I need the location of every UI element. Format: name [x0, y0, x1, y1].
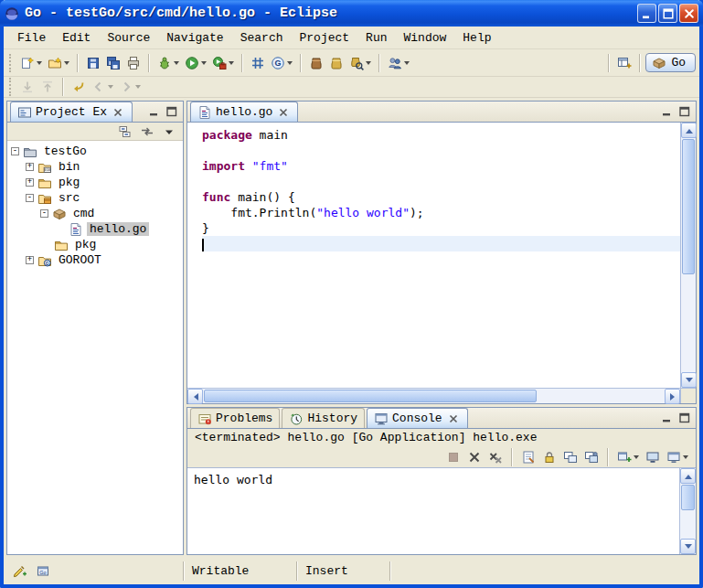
remove-launch-button[interactable]: [464, 446, 485, 468]
code-line-content[interactable]: func main() {: [202, 189, 680, 205]
debug-button[interactable]: [154, 52, 182, 74]
new-wizard-button[interactable]: [17, 52, 45, 74]
tab-project-explorer[interactable]: Project Ex: [10, 102, 133, 122]
tree-item-pkg[interactable]: pkg: [7, 237, 183, 252]
code-line-content[interactable]: }: [202, 220, 680, 236]
close-icon[interactable]: [111, 105, 125, 120]
tree-label[interactable]: pkg: [56, 176, 82, 189]
tree-item-bin[interactable]: +010bin: [7, 159, 183, 175]
tree-label[interactable]: cmd: [70, 207, 97, 220]
close-icon[interactable]: [276, 105, 291, 120]
code-line-content[interactable]: [202, 143, 680, 158]
code-line[interactable]: [187, 236, 680, 251]
scroll-left-button[interactable]: [187, 389, 203, 404]
view-menu-button[interactable]: [159, 123, 179, 140]
code-line-content[interactable]: [202, 174, 680, 189]
go-build-button[interactable]: G: [268, 52, 295, 74]
scroll-up-button[interactable]: [681, 123, 697, 138]
scrollbar-track[interactable]: [681, 138, 696, 372]
code-line-content[interactable]: package main: [202, 127, 680, 143]
console-output[interactable]: hello world: [187, 468, 679, 554]
title-bar[interactable]: Go - testGo/src/cmd/hello.go - Eclipse: [0, 0, 703, 27]
tab-editor-hello-go[interactable]: hello.go: [190, 102, 298, 122]
scrollbar-thumb[interactable]: [204, 390, 537, 402]
code-line[interactable]: func main() {: [187, 189, 680, 205]
tree-label[interactable]: src: [56, 191, 82, 205]
save-all-button[interactable]: [103, 52, 123, 74]
menu-project[interactable]: Project: [291, 29, 357, 47]
tree-toggle-plus[interactable]: +: [26, 178, 34, 187]
perspective-go-button[interactable]: Go: [645, 53, 696, 72]
minimize-view-button[interactable]: [659, 104, 676, 120]
menu-edit[interactable]: Edit: [54, 29, 99, 47]
tree-toggle-minus[interactable]: -: [26, 194, 34, 202]
tree-item-src[interactable]: -src: [7, 190, 183, 206]
tree-label[interactable]: hello.go: [87, 222, 149, 236]
minimize-button[interactable]: [637, 4, 656, 23]
tree-label[interactable]: pkg: [72, 238, 99, 251]
menu-search[interactable]: Search: [232, 29, 292, 47]
tree-toggle-plus[interactable]: +: [26, 163, 34, 171]
code-line[interactable]: package main: [187, 127, 680, 143]
close-button[interactable]: [679, 4, 698, 23]
editor-vertical-scrollbar[interactable]: [680, 123, 696, 388]
open-console-button[interactable]: [614, 446, 642, 468]
code-line[interactable]: [187, 143, 680, 158]
tree-item-testgo[interactable]: -testGo: [7, 144, 183, 159]
code-line-content[interactable]: fmt.Println("hello world");: [202, 205, 680, 220]
maximize-view-button[interactable]: [676, 411, 693, 426]
editor-horizontal-scrollbar[interactable]: [187, 388, 680, 403]
code-line-content[interactable]: [202, 236, 680, 251]
tree-label[interactable]: bin: [56, 160, 82, 174]
show-stdout-button[interactable]: [560, 446, 581, 468]
menu-navigate[interactable]: Navigate: [158, 29, 231, 47]
next-annotation-button[interactable]: [17, 78, 37, 96]
trim-window-button[interactable]: Go: [33, 561, 53, 583]
pin-console-button[interactable]: [581, 446, 602, 468]
scroll-up-button[interactable]: [680, 468, 696, 484]
forward-button[interactable]: [116, 78, 144, 96]
tree-item-cmd[interactable]: -cmd: [7, 206, 183, 221]
jar-search-button[interactable]: [346, 52, 374, 74]
run-button[interactable]: [182, 52, 209, 74]
tree-label[interactable]: GOROOT: [56, 253, 104, 267]
tab-history[interactable]: History: [282, 408, 365, 428]
toolbar-drag-grip[interactable]: [9, 78, 12, 96]
scrollbar-thumb[interactable]: [681, 485, 695, 510]
minimize-view-button[interactable]: [659, 411, 676, 426]
remove-all-launches-button[interactable]: [485, 446, 506, 468]
tree-item-hello-go[interactable]: hello.go: [7, 221, 183, 237]
scroll-right-button[interactable]: [665, 389, 680, 404]
menu-help[interactable]: Help: [454, 29, 499, 47]
menu-source[interactable]: Source: [99, 29, 158, 47]
minimize-view-button[interactable]: [146, 104, 163, 120]
team-button[interactable]: [385, 52, 412, 74]
tree-toggle-minus[interactable]: -: [11, 147, 19, 155]
tree-item-goroot[interactable]: +GGOROOT: [7, 252, 183, 268]
new-go-element-button[interactable]: [45, 52, 72, 74]
maximize-button[interactable]: [658, 4, 677, 23]
jar-import-button[interactable]: [306, 52, 326, 74]
back-button[interactable]: [89, 78, 116, 96]
tree-item-pkg[interactable]: +pkg: [7, 175, 183, 190]
collapse-all-button[interactable]: [115, 123, 135, 140]
tab-problems[interactable]: Problems: [190, 408, 280, 428]
scrollbar-track[interactable]: [203, 389, 665, 403]
maximize-view-button[interactable]: [164, 104, 180, 120]
code-line-content[interactable]: import "fmt": [202, 158, 680, 174]
toolbar-drag-grip[interactable]: [9, 54, 12, 72]
console-vertical-scrollbar[interactable]: [679, 468, 696, 554]
menu-window[interactable]: Window: [396, 29, 455, 47]
menu-file[interactable]: File: [9, 29, 54, 47]
save-button[interactable]: [83, 52, 103, 74]
code-line[interactable]: import "fmt": [187, 158, 680, 174]
external-tools-button[interactable]: [209, 52, 237, 74]
console-view-menu-button[interactable]: [664, 446, 691, 468]
tree-toggle-minus[interactable]: -: [40, 209, 48, 218]
fast-view-button[interactable]: [9, 561, 29, 583]
scrollbar-track[interactable]: [680, 484, 696, 539]
prev-annotation-button[interactable]: [37, 78, 58, 96]
scroll-lock-button[interactable]: [539, 446, 559, 468]
code-line[interactable]: [187, 174, 680, 189]
link-editor-button[interactable]: [137, 123, 157, 140]
